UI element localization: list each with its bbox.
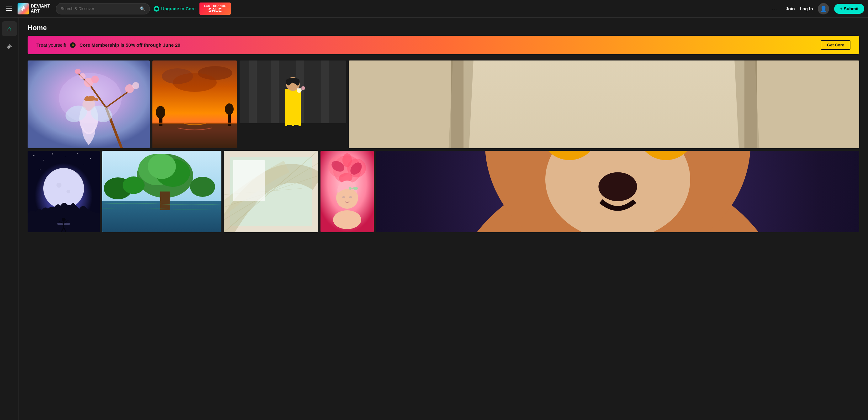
avatar-button[interactable]: 👤 [818, 3, 829, 14]
svg-point-55 [44, 169, 83, 208]
svg-rect-33 [240, 123, 346, 148]
svg-point-59 [62, 218, 66, 222]
svg-point-81 [342, 153, 352, 167]
gallery-item-moon-yoga[interactable] [28, 151, 100, 232]
svg-rect-34 [285, 89, 301, 126]
svg-point-46 [34, 155, 34, 156]
join-button[interactable]: Join [786, 6, 795, 11]
svg-rect-76 [233, 160, 265, 201]
sidebar-item-watch[interactable]: ◈ [2, 39, 17, 54]
gallery-item-fairy[interactable] [28, 61, 150, 148]
gallery-item-forest-lake[interactable] [102, 151, 221, 232]
search-icon: 🔍 [140, 6, 145, 11]
svg-point-25 [225, 103, 234, 115]
page-title: Home [28, 24, 859, 32]
svg-point-50 [78, 153, 79, 154]
promo-core-icon: ⊕ [70, 42, 75, 48]
svg-point-51 [90, 158, 91, 159]
search-input[interactable] [61, 6, 137, 11]
svg-rect-26 [152, 123, 237, 124]
avatar-icon: 👤 [820, 5, 827, 12]
header-right: ... Join Log In 👤 + Submit [769, 3, 864, 14]
svg-point-49 [65, 157, 66, 157]
svg-rect-44 [463, 61, 744, 148]
svg-rect-66 [160, 192, 169, 210]
svg-point-56 [57, 183, 61, 188]
main-content: Home Treat yourself! ⊕ Core Membership i… [19, 18, 868, 420]
home-icon: ⌂ [7, 25, 11, 33]
svg-point-11 [132, 82, 139, 89]
svg-rect-32 [321, 61, 329, 123]
main-layout: ⌂ ◈ Home Treat yourself! ⊕ Core Membersh… [0, 18, 868, 420]
svg-rect-39 [294, 125, 299, 142]
svg-point-53 [40, 169, 40, 170]
svg-rect-21 [152, 123, 237, 148]
svg-point-86 [342, 196, 345, 198]
gallery-row-1 [28, 61, 859, 148]
svg-point-48 [52, 154, 53, 155]
gallery [19, 61, 868, 232]
svg-point-88 [333, 210, 361, 229]
promo-highlight: Core Membership is 50% off through June … [79, 42, 180, 47]
gallery-item-architecture[interactable] [224, 151, 318, 232]
svg-point-8 [91, 75, 99, 83]
logo-icon [18, 3, 29, 14]
logo-link[interactable]: DEVIANT ART [18, 3, 52, 14]
login-button[interactable]: Log In [800, 6, 813, 11]
svg-rect-30 [271, 61, 279, 123]
page-header: Home [19, 18, 868, 36]
gallery-item-fox[interactable] [376, 151, 859, 232]
search-bar: 🔍 [56, 3, 150, 14]
sale-main-text: SALE [204, 7, 226, 13]
svg-marker-0 [21, 6, 25, 11]
sidebar: ⌂ ◈ [0, 18, 19, 420]
gallery-item-sunset[interactable] [152, 61, 237, 148]
svg-rect-29 [249, 61, 257, 123]
svg-point-36 [297, 88, 302, 93]
svg-point-68 [190, 177, 215, 197]
upgrade-to-core-button[interactable]: ⊕ Upgrade to Core [154, 6, 196, 11]
sale-banner[interactable]: LAST CHANCE SALE [199, 2, 231, 15]
gallery-item-window[interactable] [349, 61, 859, 148]
svg-point-20 [173, 73, 217, 92]
svg-point-23 [156, 106, 165, 119]
svg-point-47 [43, 160, 43, 160]
svg-point-12 [75, 69, 81, 74]
svg-point-37 [301, 86, 305, 90]
svg-point-52 [84, 165, 84, 165]
get-core-button[interactable]: Get Core [820, 40, 850, 50]
svg-point-57 [66, 190, 70, 193]
submit-button[interactable]: + Submit [834, 4, 864, 14]
svg-point-65 [148, 154, 176, 179]
svg-point-9 [79, 73, 86, 79]
gallery-item-floral-girl[interactable] [320, 151, 374, 232]
more-options-button[interactable]: ... [769, 4, 781, 13]
svg-point-69 [123, 176, 145, 194]
gallery-row-2 [28, 151, 859, 232]
gallery-item-urban-girl[interactable] [240, 61, 346, 148]
svg-rect-38 [287, 125, 291, 142]
promo-text: Treat yourself! [36, 42, 66, 47]
header: DEVIANT ART 🔍 ⊕ Upgrade to Core LAST CHA… [0, 0, 868, 18]
svg-point-103 [598, 172, 637, 201]
sale-last-chance-text: LAST CHANCE [204, 4, 226, 7]
core-icon: ⊕ [154, 6, 159, 11]
sidebar-item-home[interactable]: ⌂ [2, 21, 17, 36]
logo-text: DEVIANT ART [31, 4, 50, 13]
hamburger-menu-button[interactable] [4, 5, 14, 13]
promo-banner: Treat yourself! ⊕ Core Membership is 50%… [28, 36, 859, 54]
svg-point-87 [349, 196, 352, 198]
watch-icon: ◈ [7, 42, 12, 51]
